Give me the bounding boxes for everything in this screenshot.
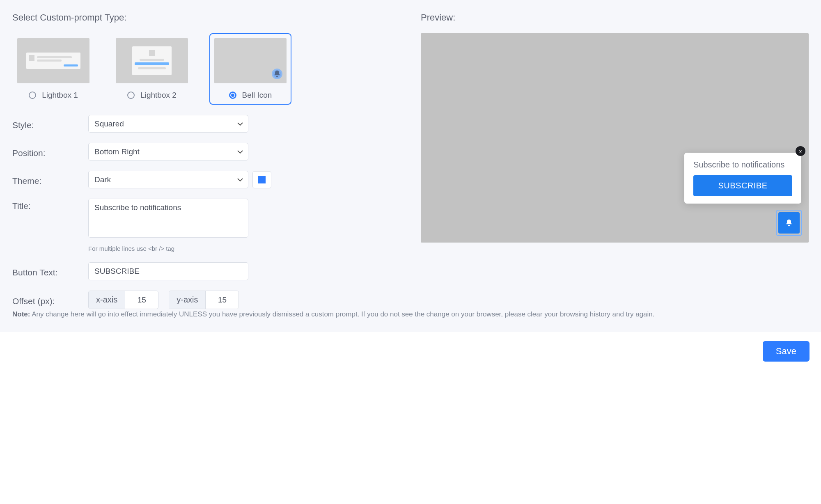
input-button-text[interactable] [88, 262, 248, 280]
note-prefix: Note: [12, 310, 30, 318]
thumb-lightbox1 [17, 38, 89, 83]
preview-bell-button[interactable] [776, 210, 802, 236]
section-title-preview: Preview: [421, 12, 809, 23]
offset-y-group: y-axis [169, 291, 239, 309]
popup-subscribe-button[interactable]: SUBSCRIBE [693, 175, 792, 196]
radio-lightbox2[interactable] [127, 92, 135, 99]
offset-x-label: x-axis [89, 291, 125, 309]
theme-color-swatch[interactable] [252, 171, 271, 188]
label-button-text: Button Text: [12, 265, 80, 277]
popup-title: Subscribe to notifications [693, 160, 792, 170]
thumb-lightbox2 [116, 38, 188, 83]
radio-lightbox1[interactable] [29, 92, 36, 99]
input-offset-y[interactable] [206, 291, 239, 309]
label-title: Title: [12, 199, 80, 211]
input-offset-x[interactable] [125, 291, 158, 309]
label-lightbox2: Lightbox 2 [140, 91, 177, 100]
label-style: Style: [12, 118, 80, 130]
input-title[interactable] [88, 199, 248, 238]
section-title-type: Select Custom-prompt Type: [12, 12, 400, 23]
thumb-bell [214, 38, 287, 83]
title-hint: For multiple lines use <br /> tag [88, 245, 174, 252]
save-button[interactable]: Save [763, 341, 810, 362]
label-theme: Theme: [12, 174, 80, 186]
label-lightbox1: Lightbox 1 [42, 91, 78, 100]
preview-canvas: x Subscribe to notifications SUBSCRIBE [421, 33, 809, 243]
preview-popup: x Subscribe to notifications SUBSCRIBE [684, 153, 801, 204]
radio-bell[interactable] [229, 92, 236, 99]
offset-x-group: x-axis [88, 291, 158, 309]
type-card-lightbox2[interactable]: Lightbox 2 [111, 33, 193, 105]
prompt-type-options: Lightbox 1 Lightbox 2 [12, 33, 400, 105]
select-style[interactable]: Squared [88, 115, 248, 133]
bell-icon [785, 219, 793, 227]
label-position: Position: [12, 146, 80, 158]
select-theme[interactable]: Dark [88, 171, 248, 188]
type-card-bell[interactable]: Bell Icon [209, 33, 291, 105]
popup-close-button[interactable]: x [796, 146, 805, 156]
offset-y-label: y-axis [169, 291, 206, 309]
note-text: Any change here will go into effect imme… [30, 310, 654, 318]
type-card-lightbox1[interactable]: Lightbox 1 [12, 33, 94, 105]
label-bell: Bell Icon [242, 91, 272, 100]
bell-icon [272, 69, 282, 79]
label-offset: Offset (px): [12, 294, 80, 306]
select-position[interactable]: Bottom Right [88, 143, 248, 160]
